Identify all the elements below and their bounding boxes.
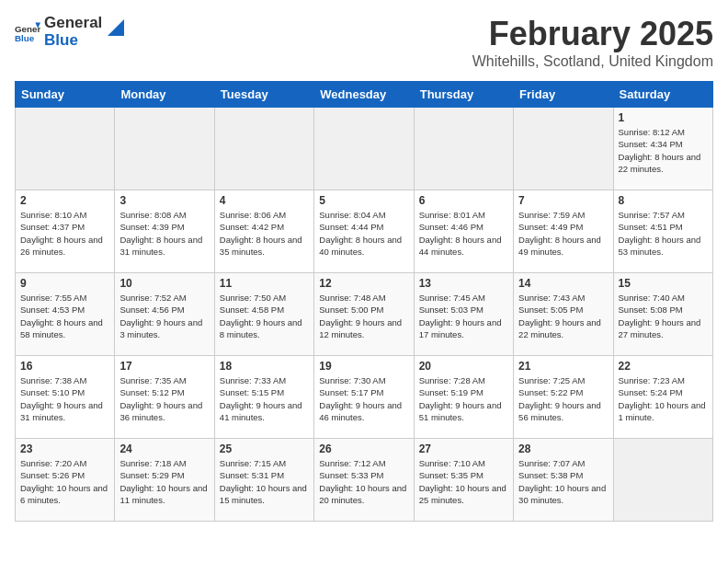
calendar-week-row: 23Sunrise: 7:20 AM Sunset: 5:26 PM Dayli…: [16, 439, 713, 522]
day-number: 11: [220, 277, 309, 290]
calendar-day-cell: 26Sunrise: 7:12 AM Sunset: 5:33 PM Dayli…: [314, 439, 414, 522]
calendar-week-row: 1Sunrise: 8:12 AM Sunset: 4:34 PM Daylig…: [16, 108, 713, 190]
logo-text-general: General: [44, 15, 102, 32]
day-number: 26: [319, 442, 408, 455]
day-number: 22: [619, 360, 708, 373]
calendar-day-cell: 6Sunrise: 8:01 AM Sunset: 4:46 PM Daylig…: [414, 190, 513, 273]
day-number: 17: [119, 360, 209, 373]
calendar-day-cell: 25Sunrise: 7:15 AM Sunset: 5:31 PM Dayli…: [214, 439, 313, 522]
calendar-day-cell: [613, 439, 712, 522]
day-info: Sunrise: 7:10 AM Sunset: 5:35 PM Dayligh…: [419, 457, 508, 506]
calendar-day-cell: 3Sunrise: 8:08 AM Sunset: 4:39 PM Daylig…: [115, 190, 214, 273]
calendar-day-cell: 20Sunrise: 7:28 AM Sunset: 5:19 PM Dayli…: [414, 356, 513, 439]
day-of-week-header: Saturday: [613, 82, 712, 108]
day-info: Sunrise: 7:30 AM Sunset: 5:17 PM Dayligh…: [319, 374, 408, 423]
svg-marker-3: [108, 19, 124, 36]
calendar-day-cell: 14Sunrise: 7:43 AM Sunset: 5:05 PM Dayli…: [514, 273, 613, 356]
day-info: Sunrise: 7:12 AM Sunset: 5:33 PM Dayligh…: [319, 457, 408, 506]
day-info: Sunrise: 8:10 AM Sunset: 4:37 PM Dayligh…: [20, 209, 109, 258]
day-info: Sunrise: 7:40 AM Sunset: 5:08 PM Dayligh…: [619, 292, 708, 340]
day-number: 8: [619, 194, 708, 207]
location-title: Whitehills, Scotland, United Kingdom: [472, 53, 713, 70]
calendar-day-cell: 8Sunrise: 7:57 AM Sunset: 4:51 PM Daylig…: [613, 190, 712, 273]
svg-text:Blue: Blue: [15, 32, 35, 42]
logo: General Blue General Blue: [15, 15, 124, 49]
day-number: 5: [319, 194, 408, 207]
calendar-day-cell: 24Sunrise: 7:18 AM Sunset: 5:29 PM Dayli…: [115, 439, 214, 522]
day-of-week-header: Friday: [514, 82, 613, 108]
calendar-week-row: 2Sunrise: 8:10 AM Sunset: 4:37 PM Daylig…: [16, 190, 713, 273]
calendar-header-row: SundayMondayTuesdayWednesdayThursdayFrid…: [16, 82, 713, 108]
day-info: Sunrise: 7:48 AM Sunset: 5:00 PM Dayligh…: [319, 292, 408, 340]
calendar-week-row: 9Sunrise: 7:55 AM Sunset: 4:53 PM Daylig…: [16, 273, 713, 356]
calendar-day-cell: 21Sunrise: 7:25 AM Sunset: 5:22 PM Dayli…: [514, 356, 613, 439]
day-number: 19: [319, 360, 408, 373]
calendar-day-cell: 4Sunrise: 8:06 AM Sunset: 4:42 PM Daylig…: [214, 190, 313, 273]
day-info: Sunrise: 7:45 AM Sunset: 5:03 PM Dayligh…: [419, 292, 508, 340]
logo-triangle-icon: [108, 19, 124, 36]
calendar-day-cell: 1Sunrise: 8:12 AM Sunset: 4:34 PM Daylig…: [613, 108, 712, 190]
day-number: 6: [419, 194, 508, 207]
day-info: Sunrise: 7:25 AM Sunset: 5:22 PM Dayligh…: [518, 374, 608, 423]
calendar-day-cell: 7Sunrise: 7:59 AM Sunset: 4:49 PM Daylig…: [514, 190, 613, 273]
day-number: 21: [518, 360, 608, 373]
calendar-day-cell: 2Sunrise: 8:10 AM Sunset: 4:37 PM Daylig…: [16, 190, 115, 273]
day-number: 25: [220, 442, 309, 455]
calendar-day-cell: [115, 108, 214, 190]
logo-text-blue: Blue: [44, 32, 102, 50]
day-info: Sunrise: 8:04 AM Sunset: 4:44 PM Dayligh…: [319, 209, 408, 258]
page-header: General Blue General Blue February 2025 …: [15, 15, 713, 70]
calendar-day-cell: [16, 108, 115, 190]
day-of-week-header: Monday: [115, 82, 214, 108]
day-number: 9: [20, 277, 109, 290]
day-info: Sunrise: 7:50 AM Sunset: 4:58 PM Dayligh…: [220, 292, 309, 340]
day-info: Sunrise: 8:12 AM Sunset: 4:34 PM Dayligh…: [619, 126, 708, 175]
day-number: 4: [220, 194, 309, 207]
calendar-day-cell: 11Sunrise: 7:50 AM Sunset: 4:58 PM Dayli…: [214, 273, 313, 356]
calendar-day-cell: 10Sunrise: 7:52 AM Sunset: 4:56 PM Dayli…: [115, 273, 214, 356]
calendar-day-cell: 22Sunrise: 7:23 AM Sunset: 5:24 PM Dayli…: [613, 356, 712, 439]
day-info: Sunrise: 8:06 AM Sunset: 4:42 PM Dayligh…: [220, 209, 309, 258]
calendar-day-cell: 12Sunrise: 7:48 AM Sunset: 5:00 PM Dayli…: [314, 273, 414, 356]
day-info: Sunrise: 7:23 AM Sunset: 5:24 PM Dayligh…: [619, 374, 708, 423]
day-info: Sunrise: 7:07 AM Sunset: 5:38 PM Dayligh…: [518, 457, 608, 506]
day-number: 23: [20, 442, 109, 455]
day-info: Sunrise: 7:20 AM Sunset: 5:26 PM Dayligh…: [20, 457, 109, 506]
day-info: Sunrise: 7:55 AM Sunset: 4:53 PM Dayligh…: [20, 292, 109, 340]
day-info: Sunrise: 7:57 AM Sunset: 4:51 PM Dayligh…: [619, 209, 708, 258]
day-number: 14: [518, 277, 608, 290]
day-info: Sunrise: 7:35 AM Sunset: 5:12 PM Dayligh…: [119, 374, 209, 423]
calendar-day-cell: [414, 108, 513, 190]
calendar-day-cell: 27Sunrise: 7:10 AM Sunset: 5:35 PM Dayli…: [414, 439, 513, 522]
calendar-day-cell: 28Sunrise: 7:07 AM Sunset: 5:38 PM Dayli…: [514, 439, 613, 522]
day-of-week-header: Tuesday: [214, 82, 313, 108]
day-number: 15: [619, 277, 708, 290]
month-title: February 2025: [472, 15, 713, 53]
day-number: 16: [20, 360, 109, 373]
day-info: Sunrise: 7:18 AM Sunset: 5:29 PM Dayligh…: [119, 457, 209, 506]
calendar-day-cell: 15Sunrise: 7:40 AM Sunset: 5:08 PM Dayli…: [613, 273, 712, 356]
day-number: 2: [20, 194, 109, 207]
calendar-day-cell: 16Sunrise: 7:38 AM Sunset: 5:10 PM Dayli…: [16, 356, 115, 439]
title-area: February 2025 Whitehills, Scotland, Unit…: [472, 15, 713, 70]
day-number: 3: [119, 194, 209, 207]
day-info: Sunrise: 7:59 AM Sunset: 4:49 PM Dayligh…: [518, 209, 608, 258]
day-number: 13: [419, 277, 508, 290]
calendar-day-cell: 17Sunrise: 7:35 AM Sunset: 5:12 PM Dayli…: [115, 356, 214, 439]
day-number: 18: [220, 360, 309, 373]
calendar-week-row: 16Sunrise: 7:38 AM Sunset: 5:10 PM Dayli…: [16, 356, 713, 439]
calendar-table: SundayMondayTuesdayWednesdayThursdayFrid…: [15, 81, 713, 522]
calendar-day-cell: [314, 108, 414, 190]
calendar-day-cell: [214, 108, 313, 190]
day-number: 7: [518, 194, 608, 207]
calendar-day-cell: 5Sunrise: 8:04 AM Sunset: 4:44 PM Daylig…: [314, 190, 414, 273]
calendar-day-cell: 13Sunrise: 7:45 AM Sunset: 5:03 PM Dayli…: [414, 273, 513, 356]
day-number: 12: [319, 277, 408, 290]
day-of-week-header: Wednesday: [314, 82, 414, 108]
day-info: Sunrise: 7:38 AM Sunset: 5:10 PM Dayligh…: [20, 374, 109, 423]
day-number: 20: [419, 360, 508, 373]
day-info: Sunrise: 8:01 AM Sunset: 4:46 PM Dayligh…: [419, 209, 508, 258]
day-info: Sunrise: 7:28 AM Sunset: 5:19 PM Dayligh…: [419, 374, 508, 423]
calendar-day-cell: 18Sunrise: 7:33 AM Sunset: 5:15 PM Dayli…: [214, 356, 313, 439]
day-of-week-header: Sunday: [16, 82, 115, 108]
